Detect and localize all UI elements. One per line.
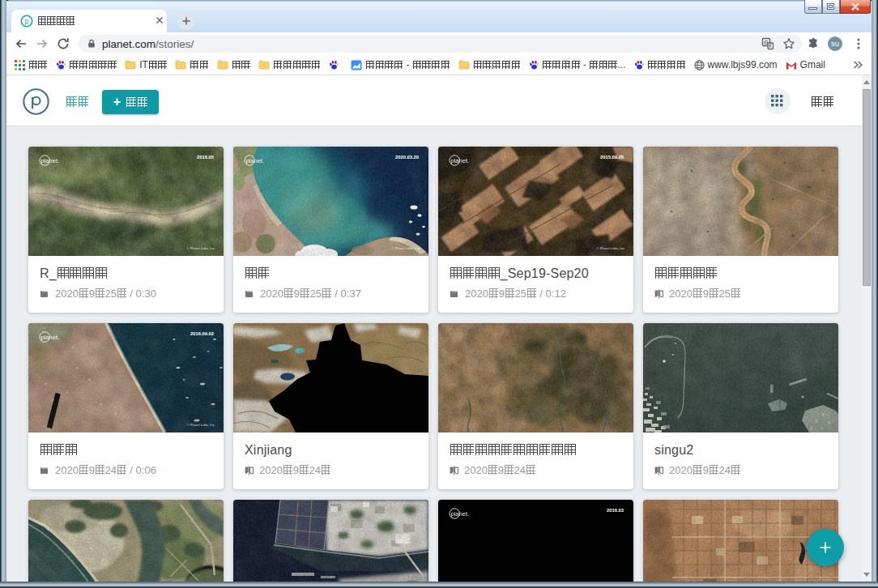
svg-text:© Planet Labs, Inc.: © Planet Labs, Inc. xyxy=(187,246,215,250)
svg-text:planet.: planet. xyxy=(450,510,469,518)
svg-text:2016.09.02: 2016.09.02 xyxy=(190,331,214,336)
svg-text:planet.: planet. xyxy=(40,334,59,341)
svg-text:planet.: planet. xyxy=(450,157,469,164)
svg-text:2016.03: 2016.03 xyxy=(607,508,624,513)
svg-text:© Planet Labs, Inc.: © Planet Labs, Inc. xyxy=(187,423,215,427)
svg-text:2015.09.25: 2015.09.25 xyxy=(600,155,624,160)
svg-text:planet.: planet. xyxy=(40,157,59,164)
svg-text:© Planet Labs, Inc.: © Planet Labs, Inc. xyxy=(597,246,625,250)
svg-text:p: p xyxy=(24,17,28,25)
svg-text:2020.03.20: 2020.03.20 xyxy=(395,155,419,160)
svg-text:© Planet Labs, Inc.: © Planet Labs, Inc. xyxy=(392,246,420,250)
svg-text:planet.: planet. xyxy=(245,157,264,164)
svg-text:2016.05: 2016.05 xyxy=(197,155,215,160)
